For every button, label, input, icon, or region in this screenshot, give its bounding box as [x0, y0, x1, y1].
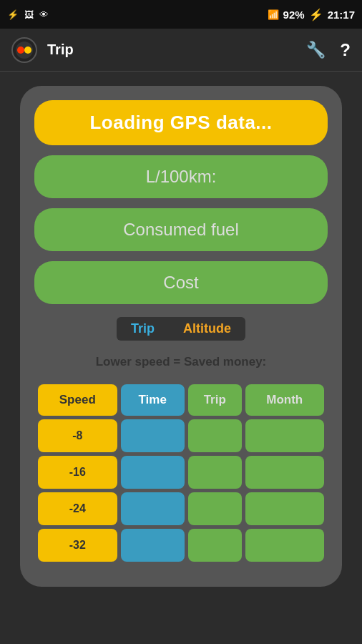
- tab-altitude[interactable]: Altitude: [169, 317, 245, 341]
- cell-trip-2: [188, 492, 242, 525]
- table-row: -16: [38, 456, 324, 489]
- settings-icon[interactable]: 🔧: [306, 41, 326, 59]
- cell-time-0: [121, 419, 185, 452]
- header-trip: Trip: [188, 384, 242, 416]
- battery-charging-icon: ⚡: [309, 8, 323, 21]
- cell-time-3: [121, 529, 185, 562]
- cell-month-3: [245, 529, 324, 562]
- table-row: -32: [38, 529, 324, 562]
- cell-speed-3: -32: [38, 529, 117, 562]
- signal-icon: 📶: [268, 9, 279, 20]
- cell-month-2: [245, 492, 324, 525]
- eye-icon: 👁: [39, 9, 49, 20]
- cell-time-1: [121, 456, 185, 489]
- main-card: Loading GPS data... L/100km: Consumed fu…: [20, 86, 342, 587]
- gps-loading-button[interactable]: Loading GPS data...: [34, 100, 328, 145]
- main-content: Loading GPS data... L/100km: Consumed fu…: [0, 72, 362, 644]
- fuel-efficiency-display: L/100km:: [34, 155, 328, 198]
- app-bar-actions: 🔧 ?: [306, 40, 351, 60]
- cost-display: Cost: [34, 261, 328, 304]
- app-bar: Trip 🔧 ?: [0, 29, 362, 72]
- savings-table: Speed Time Trip Month -8 -16: [34, 381, 328, 565]
- consumed-fuel-display: Consumed fuel: [34, 208, 328, 251]
- cell-speed-2: -24: [38, 492, 117, 525]
- cell-month-0: [245, 419, 324, 452]
- cell-speed-0: -8: [38, 419, 117, 452]
- image-icon: 🖼: [24, 9, 34, 20]
- time-display: 21:17: [328, 9, 355, 21]
- app-logo-inner: [16, 42, 33, 59]
- header-speed: Speed: [38, 384, 117, 416]
- app-title: Trip: [47, 42, 306, 58]
- tab-row: Trip Altitude: [34, 314, 328, 343]
- status-right-icons: 📶 92% ⚡ 21:17: [268, 8, 355, 21]
- lower-speed-label: Lower speed = Saved money:: [34, 353, 328, 371]
- cell-month-1: [245, 456, 324, 489]
- header-time: Time: [121, 384, 185, 416]
- header-month: Month: [245, 384, 324, 416]
- app-logo: [11, 37, 37, 63]
- cell-time-2: [121, 492, 185, 525]
- status-bar: ⚡ 🖼 👁 📶 92% ⚡ 21:17: [0, 0, 362, 29]
- table-row: -24: [38, 492, 324, 525]
- cell-trip-0: [188, 419, 242, 452]
- usb-icon: ⚡: [7, 9, 19, 20]
- status-left-icons: ⚡ 🖼 👁: [7, 9, 49, 20]
- logo-left-dot: [17, 47, 24, 54]
- logo-right-dot: [24, 47, 31, 54]
- cell-speed-1: -16: [38, 456, 117, 489]
- table-row: -8: [38, 419, 324, 452]
- tab-container: Trip Altitude: [117, 317, 245, 341]
- tab-trip[interactable]: Trip: [117, 317, 169, 341]
- help-icon[interactable]: ?: [340, 40, 351, 60]
- cell-trip-1: [188, 456, 242, 489]
- table-header-row: Speed Time Trip Month: [38, 384, 324, 416]
- battery-percent: 92%: [283, 9, 305, 21]
- cell-trip-3: [188, 529, 242, 562]
